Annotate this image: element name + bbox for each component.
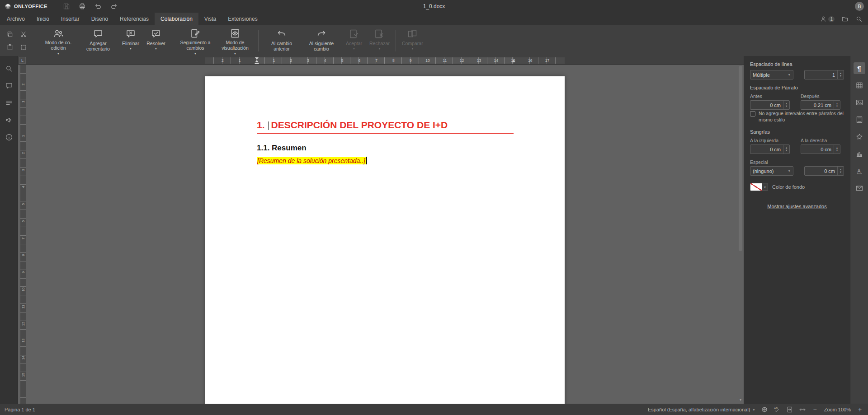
line-spacing-amount-field[interactable]: 1▲▼ <box>804 70 844 79</box>
spinner-arrows[interactable]: ▲▼ <box>837 70 844 79</box>
chevron-down-icon: ▾ <box>379 47 380 50</box>
table-settings-button[interactable] <box>854 79 865 91</box>
search-button[interactable] <box>855 15 863 23</box>
toolbar-separator <box>258 30 259 51</box>
accept-change-button[interactable]: Aceptar ▾ <box>341 26 367 55</box>
set-language-button[interactable] <box>761 406 768 413</box>
connected-users-indicator[interactable]: 1 <box>820 15 835 23</box>
v-ruler[interactable]: 21123456789101112131415 <box>20 65 26 404</box>
spell-check-button[interactable]: AB <box>774 406 781 413</box>
toolbar-separator <box>172 30 172 51</box>
language-selector[interactable]: Español (España, alfabetización internac… <box>648 407 755 412</box>
print-button[interactable] <box>78 2 87 11</box>
ruler-number: 10 <box>21 287 25 292</box>
document-page[interactable]: 1. DESCRIPCIÓN DEL PROYECTO DE I+D 1.1. … <box>205 76 565 404</box>
spinner-arrows[interactable]: ▲▼ <box>834 101 840 109</box>
coedit-mode-button[interactable]: Modo de co-edición ▾ <box>38 26 78 55</box>
ruler-number: 14 <box>21 355 25 360</box>
compare-button[interactable]: Comparar ▾ <box>399 26 426 55</box>
spacing-before-field[interactable]: 0 cm▲▼ <box>750 100 790 110</box>
hanging-indent-marker[interactable] <box>255 60 259 62</box>
tab-referencias[interactable]: Referencias <box>114 13 155 25</box>
zoom-in-button[interactable]: + <box>856 406 863 413</box>
text-art-settings-button[interactable]: A <box>854 165 865 177</box>
advanced-settings-link[interactable]: Mostrar ajustes avanzados <box>750 204 844 209</box>
redo-button[interactable] <box>109 2 118 11</box>
spinner-arrows[interactable]: ▲▼ <box>837 167 844 175</box>
header-footer-settings-button[interactable] <box>854 114 865 126</box>
no-intervals-checkbox[interactable] <box>750 111 755 117</box>
line-spacing-value: Múltiple <box>753 72 770 78</box>
mail-merge-settings-button[interactable] <box>854 182 865 194</box>
paragraph-settings-button[interactable]: ¶ <box>854 62 865 74</box>
cut-button[interactable] <box>18 28 29 40</box>
save-button[interactable] <box>62 2 71 11</box>
h-ruler[interactable]: 211234567891011121314151617 <box>18 56 744 65</box>
tab-vista[interactable]: Vista <box>198 13 222 25</box>
fit-page-button[interactable] <box>786 406 793 413</box>
add-comment-button[interactable]: Agregar comentario <box>78 26 118 55</box>
paste-button[interactable] <box>5 42 15 53</box>
document-canvas[interactable]: 1. DESCRIPCIÓN DEL PROYECTO DE I+D 1.1. … <box>18 65 744 404</box>
navigation-panel-button[interactable] <box>4 98 14 108</box>
shape-settings-button[interactable] <box>854 131 865 143</box>
previous-change-button[interactable]: Al cambio anterior <box>262 26 302 55</box>
user-avatar[interactable]: B <box>855 2 864 11</box>
delete-comment-button[interactable]: Eliminar ▾ <box>118 26 143 55</box>
track-changes-button[interactable]: Seguimiento a cambios ▾ <box>175 26 215 55</box>
special-indent-select[interactable]: (ninguno)▼ <box>750 166 793 176</box>
left-indent-marker[interactable] <box>255 63 259 64</box>
resolve-comment-button[interactable]: Resolver ▾ <box>143 26 169 55</box>
zoom-out-button[interactable]: − <box>811 406 819 413</box>
ruler-number: 2 <box>21 82 25 87</box>
undo-button[interactable] <box>94 2 103 11</box>
find-button[interactable] <box>4 63 14 74</box>
background-color-picker[interactable]: ▼ <box>750 183 768 191</box>
comments-panel-button[interactable] <box>4 80 14 91</box>
clipboard-group <box>5 28 29 53</box>
select-all-button[interactable] <box>18 42 29 53</box>
display-mode-button[interactable]: Modo de visualización ▾ <box>215 26 255 55</box>
line-spacing-select[interactable]: Múltiple▼ <box>750 70 793 79</box>
zoom-level-label[interactable]: Zoom 100% <box>824 407 851 412</box>
spinner-arrows[interactable]: ▲▼ <box>783 101 789 109</box>
spinner-arrows[interactable]: ▲▼ <box>783 145 789 154</box>
about-button[interactable] <box>4 132 14 143</box>
indent-right-field[interactable]: 0 cm▲▼ <box>801 145 840 154</box>
spacing-after-field[interactable]: 0.21 cm▲▼ <box>801 100 840 110</box>
speaker-icon <box>5 116 13 124</box>
spinner-arrows[interactable]: ▲▼ <box>834 145 840 154</box>
tab-archivo[interactable]: Archivo <box>1 13 31 25</box>
feedback-button[interactable] <box>4 115 14 126</box>
first-line-indent-marker[interactable] <box>255 57 259 60</box>
next-change-button[interactable]: Al siguiente cambio <box>302 26 341 55</box>
tab-stop-selector[interactable]: L <box>19 57 26 64</box>
users-count-badge: 1 <box>828 16 835 22</box>
open-file-location-button[interactable] <box>841 15 849 23</box>
tab-extensiones[interactable]: Extensiones <box>222 13 263 25</box>
tab-diseno[interactable]: Diseño <box>85 13 114 25</box>
image-settings-button[interactable] <box>854 97 865 108</box>
page-count-label[interactable]: Página 1 de 1 <box>5 407 35 412</box>
main-area: 211234567891011121314151617 L 2112345678… <box>0 56 868 404</box>
vertical-scrollbar[interactable]: ▾ <box>738 66 743 403</box>
copy-button[interactable] <box>5 28 15 40</box>
paragraph-settings-panel: Espaciado de línea Múltiple▼ 1▲▼ Espacia… <box>744 56 850 404</box>
indents-label: Sangrías <box>750 129 844 135</box>
tab-inicio[interactable]: Inicio <box>31 13 55 25</box>
scrollbar-thumb[interactable] <box>739 66 742 251</box>
reject-change-button[interactable]: Rechazar ▾ <box>367 26 392 55</box>
scrollbar-down-arrow[interactable]: ▾ <box>738 397 743 403</box>
fit-width-button[interactable] <box>799 406 806 413</box>
ruler-number: 13 <box>477 57 481 64</box>
tab-insertar[interactable]: Insertar <box>55 13 85 25</box>
text-art-icon: A <box>855 167 863 175</box>
onlyoffice-logo-icon <box>5 3 11 10</box>
document-title: 1_0.docx <box>423 0 445 13</box>
indent-left-field[interactable]: 0 cm▲▼ <box>750 145 790 154</box>
print-icon <box>78 2 86 10</box>
tab-colaboracion[interactable]: Colaboración <box>155 13 198 25</box>
chart-settings-button[interactable] <box>854 148 865 160</box>
header: ONLYOFFICE 1_0.docx B <box>0 0 868 13</box>
special-amount-field[interactable]: 0 cm▲▼ <box>804 166 844 176</box>
